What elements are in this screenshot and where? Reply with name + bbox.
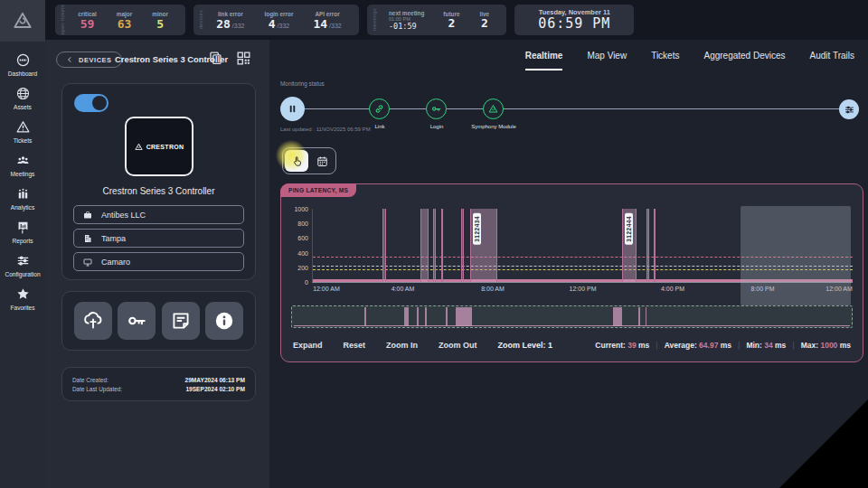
devices-group-label: devices	[198, 10, 203, 29]
ticket-stat-major: major63	[117, 11, 132, 30]
calendar-mode-button[interactable]	[310, 150, 334, 172]
chart-selection-region[interactable]	[741, 206, 851, 305]
sidebar-item-analytics[interactable]: Analytics	[0, 186, 45, 211]
analytics-icon	[15, 186, 31, 202]
pause-button[interactable]	[280, 97, 305, 121]
devices-back-button[interactable]: DEVICES	[56, 52, 122, 68]
pointer-mode-button[interactable]	[285, 150, 308, 172]
x-axis-tick: 12:00 PM	[570, 286, 597, 292]
globe-icon	[15, 86, 31, 101]
tab-map-view[interactable]: Map View	[587, 51, 627, 70]
stat-value-row: 14/332	[313, 18, 341, 30]
chart-controls: ExpandResetZoom InZoom OutZoom Level: 1C…	[293, 334, 851, 356]
device-info-card: CRESTRON Crestron Series 3 Controller An…	[61, 83, 256, 280]
device-online-toggle[interactable]	[74, 94, 108, 112]
device-stat-link-error: link error28/332	[216, 11, 244, 30]
device-logo-text: CRESTRON	[146, 144, 184, 150]
key-icon	[430, 103, 442, 115]
tab-bar: RealtimeMap ViewTicketsAggregated Device…	[525, 51, 854, 70]
stat-label: major	[117, 11, 132, 17]
date-created-row: Date Created: 29MAY2024 06:13 PM	[72, 377, 245, 383]
device-field[interactable]: Tampa	[73, 229, 244, 248]
sidebar-item-label: Dashboard	[8, 70, 37, 77]
tab-audit-trails[interactable]: Audit Trails	[810, 51, 854, 70]
chevron-left-icon	[66, 56, 73, 63]
minimap-baseline	[294, 325, 850, 327]
device-field[interactable]: Camaro	[73, 252, 244, 271]
minimap-spike	[417, 307, 419, 326]
device-field[interactable]: Antibes LLC	[73, 205, 244, 224]
key-button[interactable]	[118, 302, 156, 340]
hand-pointer-icon	[290, 155, 304, 168]
sidebar-item-meetings[interactable]: Meetings	[0, 153, 45, 177]
chart-zoom-in-button[interactable]: Zoom In	[386, 341, 418, 350]
chart-zoom-out-button[interactable]: Zoom Out	[439, 341, 477, 350]
status-node-symphony-module[interactable]	[483, 99, 504, 119]
latency-spike	[441, 209, 443, 282]
chart-minimap-brush[interactable]	[291, 305, 853, 328]
zoom-level-label: Zoom Level: 1	[498, 341, 553, 350]
qr-grid-icon[interactable]	[235, 50, 252, 67]
status-node-label: Symphony Module	[471, 124, 516, 129]
minimap-spike	[404, 307, 409, 326]
next-meeting-countdown: -01:59	[389, 22, 417, 31]
last-updated-text: Last updated : 11NOV2025 06:59 PM	[280, 127, 371, 132]
timeline-filter-button[interactable]	[839, 99, 859, 119]
sidebar-item-reports[interactable]: Reports	[0, 220, 45, 244]
chart-expand-button[interactable]: Expand	[293, 341, 323, 350]
device-stat-login-error: login error4/332	[264, 11, 293, 30]
sidebar-item-configuration[interactable]: Configuration	[0, 253, 45, 277]
current-time: 06:59 PM	[538, 16, 610, 32]
stat-value: 5	[156, 18, 164, 30]
live-meetings-cell: live 2	[479, 11, 489, 29]
date-updated-label: Date Last Updated:	[72, 386, 122, 392]
network-tool-button[interactable]	[74, 302, 112, 340]
sidebar-item-assets[interactable]: Assets	[0, 86, 45, 110]
chart-stat-current: Current: 39 ms	[595, 341, 649, 350]
chart-plot-area[interactable]: 1000800600400200012:00 AM4:00 AM8:00 AM1…	[312, 209, 853, 283]
room-icon	[82, 257, 93, 267]
device-image: CRESTRON	[125, 117, 193, 176]
status-node-login[interactable]	[426, 99, 447, 119]
link-icon	[373, 103, 385, 115]
sidebar-item-label: Tickets	[14, 137, 33, 144]
info-button[interactable]	[205, 302, 243, 340]
chart-stats: Current: 39 ms|Average: 64.97 ms|Min: 34…	[595, 341, 851, 350]
building-icon	[82, 233, 93, 244]
stat-separator: |	[738, 341, 740, 350]
devices-stats: link error28/332login error4/332API erro…	[206, 11, 352, 30]
stat-value-row: 28/332	[216, 18, 244, 30]
status-node-link[interactable]	[369, 99, 390, 119]
toggle-knob	[92, 96, 107, 110]
spike-annotation: 3122434	[473, 213, 481, 245]
device-fields: Antibes LLCTampaCamaro	[73, 205, 244, 271]
ticket-stat-critical: critical59	[78, 11, 97, 30]
y-axis-tick: 200	[297, 264, 308, 270]
note-button[interactable]	[162, 302, 200, 340]
next-meeting-cell: next meeting 01:00 PM -01:59	[389, 10, 424, 31]
tab-tickets[interactable]: Tickets	[651, 51, 679, 70]
y-axis-tick: 400	[297, 249, 308, 256]
device-field-value: Camaro	[101, 258, 130, 267]
monitoring-status-label: Monitoring status	[280, 80, 325, 87]
date-updated-value: 19SEP2024 02:10 PM	[185, 386, 245, 392]
device-field-value: Antibes LLC	[101, 211, 146, 220]
status-node-label: Login	[430, 124, 444, 129]
minimap-spike	[613, 307, 622, 326]
briefcase-icon	[82, 210, 93, 221]
sidebar-item-favorites[interactable]: Favorites	[0, 286, 45, 311]
key-icon	[125, 309, 148, 333]
stat-label: API error	[315, 11, 339, 17]
y-axis-tick: 800	[297, 221, 308, 227]
sidebar-item-tickets[interactable]: Tickets	[0, 119, 45, 144]
copy-icon[interactable]	[207, 50, 224, 67]
sidebar-item-label: Reports	[12, 238, 33, 244]
sidebar-item-dashboard[interactable]: Dashboard	[0, 52, 45, 77]
warning-icon	[15, 119, 31, 135]
tab-aggregated-devices[interactable]: Aggregated Devices	[703, 51, 785, 70]
chart-mode-group	[282, 147, 336, 174]
chart-reset-button[interactable]: Reset	[344, 341, 366, 350]
sidebar-item-label: Assets	[14, 104, 32, 110]
tab-realtime[interactable]: Realtime	[525, 51, 563, 70]
date-updated-row: Date Last Updated: 19SEP2024 02:10 PM	[72, 386, 245, 392]
